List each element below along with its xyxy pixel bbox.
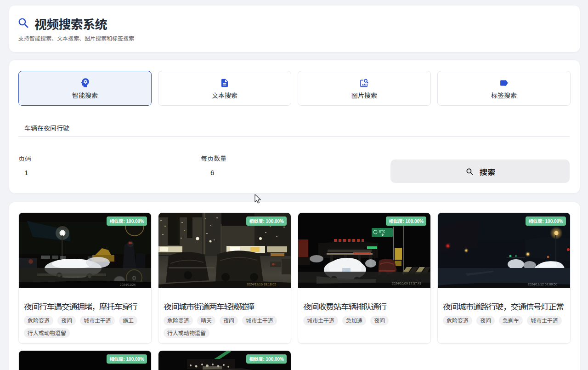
svg-text:2024/12/12 07:00:50: 2024/12/12 07:00:50: [528, 283, 557, 286]
svg-text:2024/12/16 18:18:05: 2024/12/16 18:18:05: [247, 283, 276, 286]
svg-text:2024/11/24: 2024/11/24: [120, 283, 136, 286]
svg-text:2024/10/09 17:57:43: 2024/10/09 17:57:43: [392, 282, 421, 285]
svg-text:ETC: ETC: [379, 230, 385, 233]
